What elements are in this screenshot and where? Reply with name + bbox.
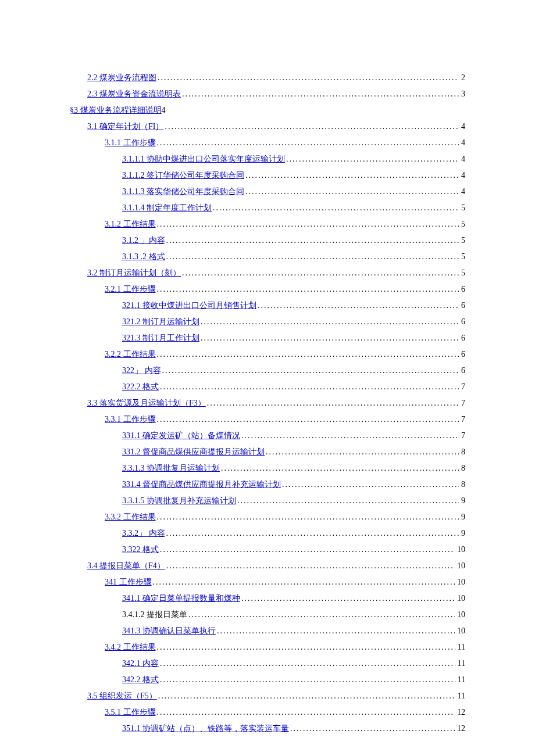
toc-entry: 3.1 确定年计划（FI）4: [70, 119, 465, 135]
toc-entry: 3.5 组织发运（F5）11: [70, 688, 465, 704]
toc-page-number: 12: [456, 704, 465, 721]
toc-page-number: 7: [460, 379, 465, 395]
toc-entry: 3.3.2 工作结果9: [70, 509, 465, 525]
toc-page-number: 6: [460, 281, 465, 298]
toc-leader-dots: [166, 558, 455, 574]
toc-link[interactable]: 3.1.1.1 协助中煤进出口公司落实年度运输计划: [122, 151, 285, 167]
toc-page-number: 11: [456, 655, 465, 672]
toc-page-number: 8: [460, 476, 465, 493]
toc-entry: 3.4.2 工作结果11: [70, 639, 465, 655]
toc-leader-dots: [201, 314, 459, 330]
toc-link[interactable]: 3.3.1 工作步骤: [105, 411, 156, 428]
toc-entry: 3.3 落实货源及月运输计划（F3）7: [70, 395, 465, 411]
toc-link[interactable]: 3.1.2 」内容: [122, 232, 165, 249]
toc-entry: 3.5.1 工作步骤12: [70, 704, 465, 721]
toc-entry: 3.1.1.2 签订华储公司年度采购合同4: [70, 167, 465, 184]
toc-link[interactable]: 331.4 督促商品煤供应商提报月补充运输计划: [122, 476, 281, 493]
toc-leader-dots: [241, 428, 459, 444]
toc-link[interactable]: 341.1 确定日菜单提报数量和煤种: [122, 590, 240, 607]
toc-entry: 3.2 制订月运输计划（刻）5: [70, 265, 465, 281]
toc-page-number: 8: [460, 444, 465, 460]
toc-link[interactable]: 3.3.1.5 协调批复月补充运输计划: [122, 493, 236, 509]
toc-link[interactable]: 3.3.2」 内容: [122, 525, 165, 542]
toc-leader-dots: [166, 249, 459, 265]
toc-page-number: 10: [456, 623, 465, 639]
toc-entry: 2.2 煤炭业务流程图2: [70, 70, 465, 86]
toc-entry: 322」 内容6: [70, 363, 465, 379]
toc-link[interactable]: 3.1 确定年计划（FI）: [87, 119, 163, 135]
toc-leader-dots: [266, 444, 459, 460]
toc-link[interactable]: 2.2 煤炭业务流程图: [87, 70, 156, 86]
toc-leader-dots: [160, 379, 459, 395]
toc-link[interactable]: 331.2 督促商品煤供应商提报月运输计划: [122, 444, 265, 460]
toc-entry: 341.3 协调确认日菜单执行10: [70, 623, 465, 639]
toc-link[interactable]: 342.2 格式: [122, 672, 159, 688]
toc-link[interactable]: 351.1 协调矿站（点）、铁路等，落实装运车量: [122, 721, 289, 737]
toc-leader-dots: [157, 411, 459, 428]
toc-page-number: 5: [460, 200, 465, 216]
toc-entry: 321.3 制订月工作计划6: [70, 330, 465, 346]
toc-leader-dots: [157, 346, 459, 363]
toc-link[interactable]: 341 工作步骤: [105, 574, 152, 590]
toc-page-number: 4: [460, 151, 465, 167]
toc-link[interactable]: 341.3 协调确认日菜单执行: [122, 623, 216, 639]
toc-link[interactable]: 3.1.1 工作步骤: [105, 135, 156, 151]
toc-entry: 3.1.1.4 制定年度工作计划5: [70, 200, 465, 216]
toc-link[interactable]: 3.2.1 工作步骤: [105, 281, 156, 298]
toc-link[interactable]: 3.1.1.3 落实华储公司年度采购合同: [122, 184, 244, 200]
toc-link[interactable]: 3.4 提报日菜单（F4）: [87, 558, 165, 574]
toc-page-number: 10: [456, 558, 465, 574]
toc-page-number: 6: [460, 298, 465, 314]
toc-entry: 3.2.2 工作结果6: [70, 346, 465, 363]
toc-leader-dots: [166, 232, 459, 249]
toc-link[interactable]: 3.3.1.3 协调批复月运输计划: [122, 460, 220, 476]
toc-page-number: 10: [456, 542, 465, 558]
toc-leader-dots: [213, 200, 459, 216]
toc-link[interactable]: 3.5.1 工作步骤: [105, 704, 156, 721]
toc-leader-dots: [245, 184, 459, 200]
toc-leader-dots: [166, 525, 459, 542]
toc-entry: 331.4 督促商品煤供应商提报月补充运输计划8: [70, 476, 465, 493]
toc-link[interactable]: 3.322 格式: [122, 542, 159, 558]
toc-entry: 321.1 接收中煤进出口公司月销售计划6: [70, 298, 465, 314]
toc-entry: 331.2 督促商品煤供应商提报月运输计划8: [70, 444, 465, 460]
toc-link[interactable]: 321.2 制订月运输计划: [122, 314, 199, 330]
toc-page-number: 4: [460, 167, 465, 184]
toc-page-number: 11: [456, 672, 465, 688]
toc-entry: 321.2 制订月运输计划6: [70, 314, 465, 330]
toc-link[interactable]: 322.2 格式: [122, 379, 159, 395]
toc-link[interactable]: 3.4.2 工作结果: [105, 639, 156, 655]
toc-link[interactable]: 322」 内容: [122, 363, 161, 379]
toc-link[interactable]: 3.3.2 工作结果: [105, 509, 156, 525]
toc-entry: 2.3 煤炭业务资金流说明表3: [70, 86, 465, 102]
toc-leader-dots: [237, 493, 459, 509]
toc-page-number: 7: [460, 428, 465, 444]
toc-link[interactable]: 3.2 制订月运输计划（刻）: [87, 265, 181, 281]
toc-link[interactable]: 3.1.1.2 签订华储公司年度采购合同: [122, 167, 244, 184]
toc-link[interactable]: 3.1.2 工作结果: [105, 216, 156, 232]
toc-leader-dots: [162, 363, 459, 379]
toc-leader-dots: [241, 590, 455, 607]
toc-page-number: 11: [456, 639, 465, 655]
toc-page-number: 4: [460, 184, 465, 200]
toc-link[interactable]: §3 煤炭业务流程详细说明: [70, 102, 162, 119]
toc-link[interactable]: 331.1 确定发运矿（站）备煤情况: [122, 428, 240, 444]
toc-link[interactable]: 3.1.1.4 制定年度工作计划: [122, 200, 212, 216]
toc-page-number: 9: [460, 493, 465, 509]
toc-link[interactable]: 321.3 制订月工作计划: [122, 330, 199, 346]
toc-link[interactable]: 3.5 组织发运（F5）: [87, 688, 157, 704]
toc-link[interactable]: 3.3 落实货源及月运输计划（F3）: [87, 395, 206, 411]
toc-leader-dots: [182, 265, 459, 281]
toc-page-number: 9: [460, 525, 465, 542]
toc-leader-dots: [157, 509, 459, 525]
toc-page-number: 12: [456, 721, 465, 737]
toc-link[interactable]: 342.1 内容: [122, 655, 159, 672]
toc-link[interactable]: 321.1 接收中煤进出口公司月销售计划: [122, 298, 256, 314]
toc-link[interactable]: 2.3 煤炭业务资金流说明表: [87, 86, 181, 102]
toc-link[interactable]: 3.1.3 .2 格式: [122, 249, 165, 265]
toc-leader-dots: [207, 395, 459, 411]
toc-leader-dots: [286, 151, 459, 167]
toc-page-number: 11: [456, 688, 465, 704]
toc-page-number: 7: [460, 411, 465, 428]
toc-link[interactable]: 3.2.2 工作结果: [105, 346, 156, 363]
